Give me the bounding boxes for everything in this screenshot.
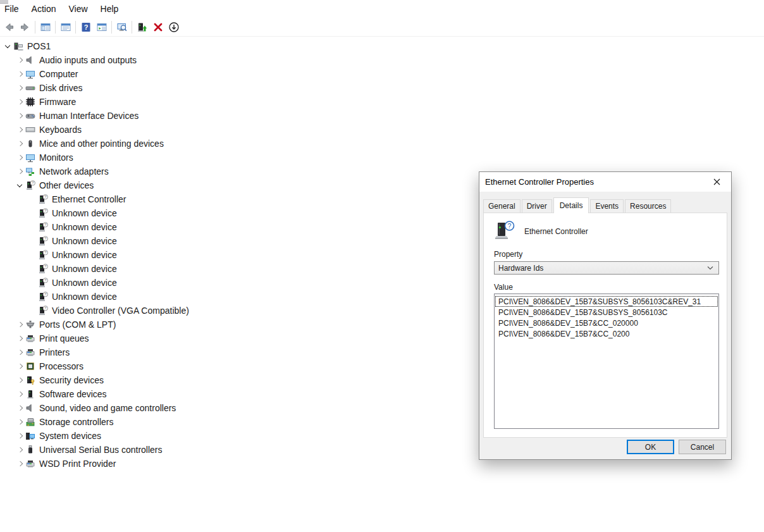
unknown-device-icon — [38, 236, 48, 246]
tree-item-ports[interactable]: Ports (COM & LPT) — [0, 318, 474, 331]
software-device-icon — [25, 389, 35, 399]
menu-help[interactable]: Help — [94, 1, 125, 16]
tab-events[interactable]: Events — [590, 199, 624, 213]
window-edge-remnant — [0, 0, 8, 4]
chevron-right-icon[interactable] — [15, 139, 25, 149]
tree-item-system-devices[interactable]: System devices — [0, 429, 474, 443]
tree-item-video-controller[interactable]: Video Controller (VGA Compatible) — [0, 304, 474, 318]
tab-driver[interactable]: Driver — [522, 199, 552, 213]
dialog-titlebar[interactable]: Ethernet Controller Properties — [479, 172, 731, 192]
chevron-right-icon[interactable] — [15, 333, 25, 343]
menu-view[interactable]: View — [62, 1, 94, 16]
chevron-right-icon[interactable] — [15, 166, 25, 176]
value-item[interactable]: PCI\VEN_8086&DEV_15B7&CC_0200 — [495, 328, 718, 339]
chevron-right-icon[interactable] — [15, 83, 25, 93]
tree-item-unknown-device[interactable]: Unknown device — [0, 290, 474, 304]
tree-item-unknown-device[interactable]: Unknown device — [0, 276, 474, 290]
chevron-right-icon[interactable] — [15, 459, 25, 469]
tree-item-keyboards[interactable]: Keyboards — [0, 123, 474, 137]
back-button[interactable] — [1, 19, 17, 35]
tree-item-unknown-device[interactable]: Unknown device — [0, 220, 474, 234]
chevron-right-icon[interactable] — [15, 97, 25, 107]
tree-item-label: Other devices — [39, 180, 94, 190]
value-item[interactable]: PCI\VEN_8086&DEV_15B7&SUBSYS_8056103C&RE… — [495, 296, 718, 307]
unknown-device-icon — [38, 306, 48, 316]
ok-button[interactable]: OK — [627, 440, 674, 454]
unknown-device-icon — [38, 264, 48, 274]
help-button[interactable]: ? — [78, 19, 94, 35]
tree-item-usb-controllers[interactable]: Universal Serial Bus controllers — [0, 443, 474, 457]
tree-item-label: Printers — [39, 347, 70, 357]
properties-button[interactable] — [58, 19, 73, 35]
chevron-right-icon[interactable] — [15, 403, 25, 413]
tab-details[interactable]: Details — [553, 197, 589, 213]
scan-hardware-changes-icon — [116, 22, 128, 32]
chevron-right-icon[interactable] — [15, 125, 25, 135]
tree-item-disk-drives[interactable]: Disk drives — [0, 81, 474, 95]
chevron-right-icon[interactable] — [15, 152, 25, 163]
tree-item-security-devices[interactable]: Security devices — [0, 373, 474, 387]
tree-item-computer[interactable]: Computer — [0, 67, 474, 81]
tree-item-monitors[interactable]: Monitors — [0, 151, 474, 164]
disable-device-button[interactable] — [166, 19, 182, 35]
value-item[interactable]: PCI\VEN_8086&DEV_15B7&SUBSYS_8056103C — [495, 307, 718, 318]
chevron-right-icon[interactable] — [15, 417, 25, 427]
tree-item-sound-controllers[interactable]: Sound, video and game controllers — [0, 401, 474, 415]
export-list-button[interactable] — [94, 19, 109, 35]
tree-item-processors[interactable]: Processors — [0, 359, 474, 373]
properties-icon — [61, 22, 71, 32]
chevron-right-icon[interactable] — [15, 69, 25, 79]
tab-general[interactable]: General — [483, 199, 521, 213]
toolbar: ? — [0, 18, 764, 37]
chevron-right-icon[interactable] — [15, 319, 25, 330]
chevron-right-icon[interactable] — [15, 375, 25, 385]
show-console-tree-button[interactable] — [37, 19, 53, 35]
tree-item-unknown-device[interactable]: Unknown device — [0, 206, 474, 220]
chevron-right-icon[interactable] — [15, 445, 25, 455]
chevron-down-icon[interactable] — [3, 41, 13, 51]
tree-item-label: Computer — [39, 69, 78, 79]
tree-item-unknown-device[interactable]: Unknown device — [0, 248, 474, 262]
tree-item-network-adapters[interactable]: Network adapters — [0, 164, 474, 178]
tree-item-storage-controllers[interactable]: Storage controllers — [0, 415, 474, 429]
scan-hardware-changes-button[interactable] — [114, 19, 130, 35]
tree-item-label: Firmware — [39, 97, 76, 107]
tree-item-hid[interactable]: Human Interface Devices — [0, 109, 474, 123]
cancel-button[interactable]: Cancel — [679, 440, 726, 454]
toolbar-separator — [75, 21, 76, 34]
value-listbox[interactable]: PCI\VEN_8086&DEV_15B7&SUBSYS_8056103C&RE… — [494, 294, 719, 429]
chevron-right-icon[interactable] — [15, 347, 25, 357]
chevron-right-icon[interactable] — [15, 111, 25, 121]
close-button[interactable] — [703, 172, 731, 192]
tree-item-ethernet-controller[interactable]: Ethernet Controller — [0, 192, 474, 206]
chevron-right-icon[interactable] — [15, 55, 25, 65]
tree-item-unknown-device[interactable]: Unknown device — [0, 234, 474, 248]
tree-item-software-devices[interactable]: Software devices — [0, 387, 474, 401]
chevron-right-icon[interactable] — [15, 361, 25, 371]
tree-item-label: Processors — [39, 361, 83, 371]
tree-item-printers[interactable]: Printers — [0, 345, 474, 359]
tree-item-audio-inputs[interactable]: Audio inputs and outputs — [0, 53, 474, 67]
tree-item-unknown-device[interactable]: Unknown device — [0, 262, 474, 276]
uninstall-device-button[interactable] — [150, 19, 166, 35]
chevron-right-icon[interactable] — [15, 431, 25, 441]
device-name: Ethernet Controller — [524, 227, 588, 236]
tree-item-print-queues[interactable]: Print queues — [0, 331, 474, 345]
menu-action[interactable]: Action — [25, 1, 63, 16]
chevron-right-icon[interactable] — [15, 389, 25, 399]
tree-item-label: Ethernet Controller — [52, 194, 126, 204]
tab-resources[interactable]: Resources — [625, 199, 671, 213]
forward-button[interactable] — [17, 19, 33, 35]
tree-item-other-devices[interactable]: Other devices — [0, 178, 474, 192]
update-driver-button[interactable] — [134, 19, 150, 35]
tree-item-wsd-print-provider[interactable]: WSD Print Provider — [0, 457, 474, 471]
value-item[interactable]: PCI\VEN_8086&DEV_15B7&CC_020000 — [495, 318, 718, 328]
chevron-down-icon[interactable] — [15, 180, 25, 190]
property-dropdown[interactable]: Hardware Ids — [494, 261, 719, 275]
tree-item-label: Network adapters — [39, 166, 109, 176]
tree-item-firmware[interactable]: Firmware — [0, 95, 474, 109]
tree-item-pos1[interactable]: POS1 — [0, 39, 474, 53]
tree-item-mice[interactable]: Mice and other pointing devices — [0, 137, 474, 151]
gamepad-icon — [25, 111, 35, 121]
unknown-device-icon — [38, 208, 48, 218]
